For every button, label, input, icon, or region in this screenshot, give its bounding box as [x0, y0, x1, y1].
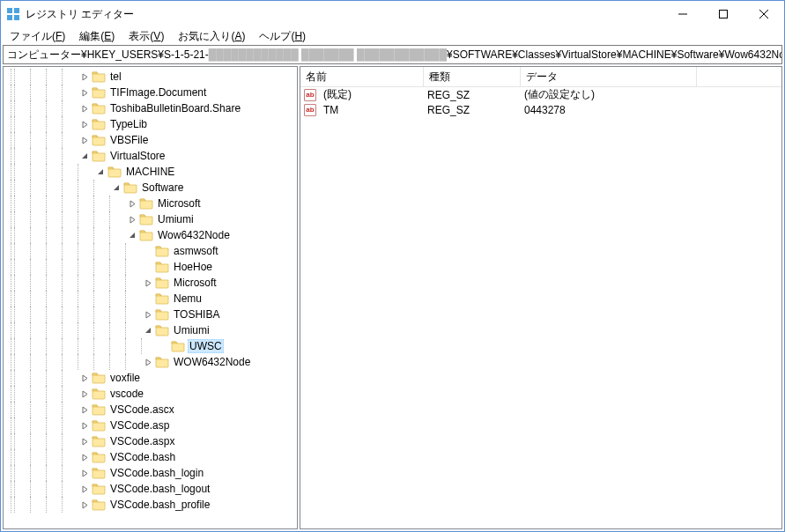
col-type[interactable]: 種類 [424, 67, 521, 86]
menu-favorites[interactable]: お気に入り(A) [171, 27, 252, 46]
tree-item-microsoft[interactable]: Microsoft [4, 275, 297, 291]
tree-label: VSCode.bash_logout [108, 483, 211, 495]
expander-icon[interactable] [125, 232, 139, 240]
tree-label: WOW6432Node [172, 356, 252, 368]
tree-item-machine[interactable]: MACHINE [4, 164, 297, 180]
value-name: TM [318, 104, 422, 116]
tree-item-vscode-asp[interactable]: VSCode.asp [4, 417, 297, 433]
tree-label: VirtualStore [108, 150, 167, 162]
tree-item-uwsc[interactable]: UWSC [4, 338, 297, 354]
tree-item-tel[interactable]: tel [4, 69, 297, 85]
expander-icon[interactable] [141, 327, 155, 335]
tree-item-umiumi[interactable]: Umiumi [4, 211, 297, 227]
tree-item-microsoft[interactable]: Microsoft [4, 196, 297, 211]
path-redacted: ████████████ ███████ ████████████ [209, 48, 447, 61]
tree-item-virtualstore[interactable]: VirtualStore [4, 148, 297, 164]
expander-icon[interactable] [78, 485, 92, 493]
tree-label: UWSC [188, 339, 224, 353]
app-icon [6, 7, 20, 21]
tree-label: VSCode.bash_login [108, 467, 205, 479]
tree-label: Microsoft [172, 277, 218, 289]
minimize-button[interactable] [663, 1, 703, 27]
expander-icon[interactable] [78, 422, 92, 430]
menubar: ファイル(F) 編集(E) 表示(V) お気に入り(A) ヘルプ(H) [1, 27, 784, 45]
tree-item-vscode-bash[interactable]: VSCode.bash [4, 449, 297, 465]
folder-icon [92, 70, 106, 84]
tree-label: Software [140, 181, 185, 194]
string-value-icon: ab [304, 89, 316, 101]
string-value-icon: ab [304, 104, 316, 116]
expander-icon[interactable] [78, 374, 92, 382]
folder-icon [92, 498, 106, 512]
value-data: (値の設定なし) [519, 87, 600, 102]
expander-icon[interactable] [78, 105, 92, 113]
list-header: 名前 種類 データ [300, 67, 781, 87]
tree-item-umiumi[interactable]: Umiumi [4, 322, 297, 338]
tree-item-hoehoe[interactable]: HoeHoe [4, 259, 297, 275]
tree-item-typelib[interactable]: TypeLib [4, 116, 297, 132]
expander-icon[interactable] [78, 390, 92, 398]
maximize-button[interactable] [703, 1, 744, 27]
expander-icon[interactable] [78, 454, 92, 462]
folder-icon [155, 307, 169, 321]
tree-item-toshiba[interactable]: TOSHIBA [4, 307, 297, 322]
tree-item-asmwsoft[interactable]: asmwsoft [4, 243, 297, 259]
tree-item-toshibabulletinboard-share[interactable]: ToshibaBulletinBoard.Share [4, 100, 297, 116]
col-name[interactable]: 名前 [300, 67, 424, 86]
close-button[interactable] [744, 1, 784, 27]
tree-item-vscode-ascx[interactable]: VSCode.ascx [4, 402, 297, 417]
tree-item-wow6432node[interactable]: WOW6432Node [4, 354, 297, 370]
folder-icon [155, 260, 169, 274]
tree-label: vscode [108, 388, 145, 400]
address-bar[interactable]: コンピューター¥HKEY_USERS¥S-1-5-21-████████████… [3, 45, 782, 64]
tree-item-vscode[interactable]: vscode [4, 386, 297, 402]
list-body[interactable]: ab(既定)REG_SZ(値の設定なし)abTMREG_SZ0443278 [300, 87, 781, 528]
tree-body[interactable]: telTIFImage.DocumentToshibaBulletinBoard… [4, 67, 297, 528]
tree-item-vscode-bash-login[interactable]: VSCode.bash_login [4, 465, 297, 481]
expander-icon[interactable] [125, 216, 139, 224]
tree-item-nemu[interactable]: Nemu [4, 291, 297, 307]
folder-icon [92, 149, 106, 163]
tree-label: TIFImage.Document [108, 86, 208, 99]
tree-item-vscode-bash-logout[interactable]: VSCode.bash_logout [4, 481, 297, 497]
value-row[interactable]: abTMREG_SZ0443278 [300, 102, 781, 117]
expander-icon[interactable] [78, 469, 92, 477]
svg-rect-2 [7, 15, 12, 20]
value-data: 0443278 [519, 104, 571, 116]
expander-icon[interactable] [78, 152, 92, 160]
expander-icon[interactable] [141, 358, 155, 366]
tree-item-wow6432node[interactable]: Wow6432Node [4, 227, 297, 243]
tree-item-vbsfile[interactable]: VBSFile [4, 132, 297, 148]
folder-icon [155, 355, 169, 369]
menu-help[interactable]: ヘルプ(H) [252, 27, 313, 46]
tree-item-voxfile[interactable]: voxfile [4, 370, 297, 386]
expander-icon[interactable] [78, 121, 92, 129]
expander-icon[interactable] [93, 168, 107, 176]
window-controls [663, 1, 784, 27]
expander-icon[interactable] [78, 89, 92, 97]
tree-item-tifimage-document[interactable]: TIFImage.Document [4, 85, 297, 100]
tree-label: Umiumi [156, 213, 196, 225]
expander-icon[interactable] [125, 200, 139, 208]
expander-icon[interactable] [109, 184, 123, 192]
tree-label: VSCode.bash [108, 451, 177, 463]
expander-icon[interactable] [141, 311, 155, 319]
tree-pane: telTIFImage.DocumentToshibaBulletinBoard… [3, 66, 298, 529]
expander-icon[interactable] [78, 406, 92, 414]
expander-icon[interactable] [78, 438, 92, 446]
menu-file[interactable]: ファイル(F) [3, 27, 72, 46]
expander-icon[interactable] [78, 501, 92, 509]
tree-label: MACHINE [124, 166, 176, 178]
tree-item-vscode-bash-profile[interactable]: VSCode.bash_profile [4, 497, 297, 513]
expander-icon[interactable] [78, 137, 92, 144]
expander-icon[interactable] [141, 279, 155, 287]
menu-edit[interactable]: 編集(E) [72, 27, 122, 46]
tree-item-software[interactable]: Software [4, 180, 297, 196]
list-pane: 名前 種類 データ ab(既定)REG_SZ(値の設定なし)abTMREG_SZ… [300, 66, 782, 529]
tree-item-vscode-aspx[interactable]: VSCode.aspx [4, 433, 297, 449]
expander-icon[interactable] [78, 73, 92, 81]
menu-view[interactable]: 表示(V) [122, 27, 171, 46]
folder-icon [155, 323, 169, 337]
value-row[interactable]: ab(既定)REG_SZ(値の設定なし) [300, 87, 781, 102]
col-data[interactable]: データ [521, 67, 697, 86]
